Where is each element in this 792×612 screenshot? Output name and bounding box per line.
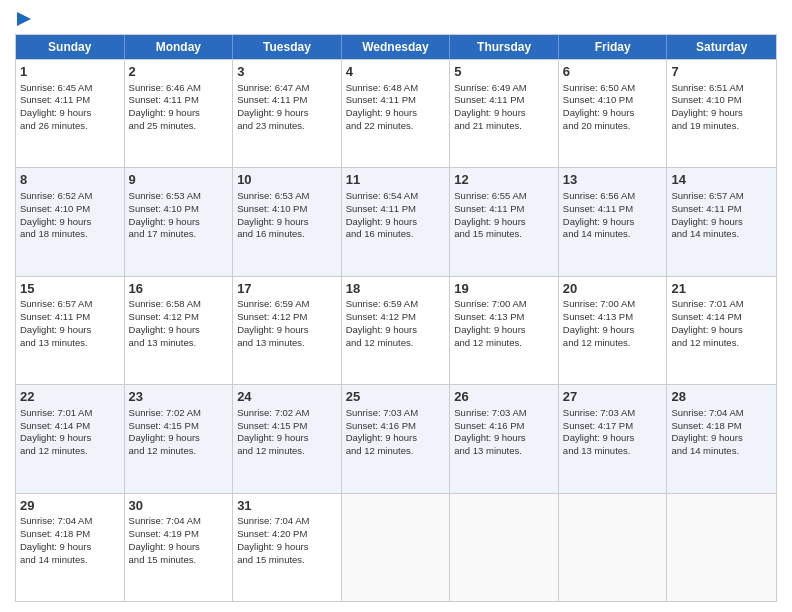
day-info-line: Daylight: 9 hours [671,107,772,120]
day-cell-25: 25Sunrise: 7:03 AMSunset: 4:16 PMDayligh… [342,385,451,492]
empty-cell [342,494,451,601]
empty-cell [450,494,559,601]
day-number: 14 [671,171,772,189]
day-info-line: Daylight: 9 hours [20,107,120,120]
day-info-line: Sunset: 4:11 PM [454,203,554,216]
day-info-line: Sunset: 4:10 PM [20,203,120,216]
day-info-line: Daylight: 9 hours [563,216,663,229]
day-cell-12: 12Sunrise: 6:55 AMSunset: 4:11 PMDayligh… [450,168,559,275]
day-info-line: Daylight: 9 hours [346,107,446,120]
day-info-line: Sunset: 4:18 PM [671,420,772,433]
day-cell-26: 26Sunrise: 7:03 AMSunset: 4:16 PMDayligh… [450,385,559,492]
day-info-line: Sunset: 4:20 PM [237,528,337,541]
calendar-body: 1Sunrise: 6:45 AMSunset: 4:11 PMDaylight… [16,59,776,601]
day-info-line: and 14 minutes. [563,228,663,241]
day-info-line: and 17 minutes. [129,228,229,241]
day-number: 19 [454,280,554,298]
day-cell-19: 19Sunrise: 7:00 AMSunset: 4:13 PMDayligh… [450,277,559,384]
day-cell-2: 2Sunrise: 6:46 AMSunset: 4:11 PMDaylight… [125,60,234,167]
day-info-line: and 16 minutes. [237,228,337,241]
day-cell-14: 14Sunrise: 6:57 AMSunset: 4:11 PMDayligh… [667,168,776,275]
day-info-line: and 12 minutes. [129,445,229,458]
day-cell-29: 29Sunrise: 7:04 AMSunset: 4:18 PMDayligh… [16,494,125,601]
day-info-line: Sunrise: 6:50 AM [563,82,663,95]
day-number: 11 [346,171,446,189]
day-cell-6: 6Sunrise: 6:50 AMSunset: 4:10 PMDaylight… [559,60,668,167]
day-cell-31: 31Sunrise: 7:04 AMSunset: 4:20 PMDayligh… [233,494,342,601]
day-info-line: Sunset: 4:10 PM [129,203,229,216]
day-info-line: Sunrise: 7:04 AM [129,515,229,528]
day-cell-22: 22Sunrise: 7:01 AMSunset: 4:14 PMDayligh… [16,385,125,492]
day-info-line: Daylight: 9 hours [454,216,554,229]
day-info-line: and 12 minutes. [563,337,663,350]
day-info-line: Sunrise: 6:51 AM [671,82,772,95]
day-info-line: Daylight: 9 hours [671,432,772,445]
day-cell-18: 18Sunrise: 6:59 AMSunset: 4:12 PMDayligh… [342,277,451,384]
day-info-line: Sunrise: 6:56 AM [563,190,663,203]
day-cell-5: 5Sunrise: 6:49 AMSunset: 4:11 PMDaylight… [450,60,559,167]
day-info-line: Sunset: 4:10 PM [237,203,337,216]
day-info-line: Sunrise: 7:01 AM [671,298,772,311]
day-info-line: and 15 minutes. [237,554,337,567]
header-day-tuesday: Tuesday [233,35,342,59]
day-cell-3: 3Sunrise: 6:47 AMSunset: 4:11 PMDaylight… [233,60,342,167]
empty-cell [667,494,776,601]
day-number: 29 [20,497,120,515]
day-info-line: Sunrise: 6:53 AM [237,190,337,203]
day-info-line: Daylight: 9 hours [563,432,663,445]
day-info-line: and 13 minutes. [237,337,337,350]
week-row-1: 1Sunrise: 6:45 AMSunset: 4:11 PMDaylight… [16,59,776,167]
svg-marker-0 [17,12,31,26]
day-info-line: Sunrise: 7:04 AM [20,515,120,528]
day-info-line: Sunrise: 6:57 AM [20,298,120,311]
day-cell-13: 13Sunrise: 6:56 AMSunset: 4:11 PMDayligh… [559,168,668,275]
day-number: 30 [129,497,229,515]
day-info-line: Sunset: 4:11 PM [671,203,772,216]
day-info-line: Sunset: 4:13 PM [454,311,554,324]
day-number: 23 [129,388,229,406]
day-number: 10 [237,171,337,189]
calendar: SundayMondayTuesdayWednesdayThursdayFrid… [15,34,777,602]
day-info-line: and 14 minutes. [671,228,772,241]
day-info-line: Sunrise: 6:48 AM [346,82,446,95]
day-info-line: Sunset: 4:11 PM [237,94,337,107]
day-info-line: Sunrise: 7:02 AM [237,407,337,420]
day-info-line: Sunrise: 7:04 AM [237,515,337,528]
day-info-line: and 12 minutes. [20,445,120,458]
day-info-line: Sunrise: 6:47 AM [237,82,337,95]
day-info-line: Sunrise: 6:58 AM [129,298,229,311]
day-info-line: and 12 minutes. [346,337,446,350]
day-cell-23: 23Sunrise: 7:02 AMSunset: 4:15 PMDayligh… [125,385,234,492]
logo [15,10,33,28]
day-cell-7: 7Sunrise: 6:51 AMSunset: 4:10 PMDaylight… [667,60,776,167]
header [15,10,777,28]
day-info-line: Sunset: 4:10 PM [671,94,772,107]
day-info-line: Daylight: 9 hours [129,324,229,337]
day-info-line: Daylight: 9 hours [346,216,446,229]
header-day-sunday: Sunday [16,35,125,59]
day-cell-9: 9Sunrise: 6:53 AMSunset: 4:10 PMDaylight… [125,168,234,275]
day-info-line: and 13 minutes. [20,337,120,350]
day-info-line: Sunrise: 6:46 AM [129,82,229,95]
day-info-line: Daylight: 9 hours [129,432,229,445]
day-info-line: Daylight: 9 hours [129,541,229,554]
day-info-line: Sunrise: 6:59 AM [237,298,337,311]
day-info-line: Sunset: 4:15 PM [129,420,229,433]
day-info-line: and 13 minutes. [563,445,663,458]
day-info-line: and 12 minutes. [346,445,446,458]
day-number: 8 [20,171,120,189]
day-info-line: Sunset: 4:11 PM [346,203,446,216]
day-info-line: Sunset: 4:11 PM [129,94,229,107]
day-info-line: and 12 minutes. [454,337,554,350]
day-number: 5 [454,63,554,81]
day-info-line: Sunset: 4:10 PM [563,94,663,107]
day-info-line: and 13 minutes. [454,445,554,458]
day-info-line: Sunrise: 6:49 AM [454,82,554,95]
day-info-line: Sunrise: 7:00 AM [454,298,554,311]
day-info-line: Sunset: 4:11 PM [346,94,446,107]
day-number: 17 [237,280,337,298]
day-info-line: Sunset: 4:15 PM [237,420,337,433]
day-number: 27 [563,388,663,406]
day-info-line: Sunset: 4:13 PM [563,311,663,324]
day-info-line: Daylight: 9 hours [237,324,337,337]
